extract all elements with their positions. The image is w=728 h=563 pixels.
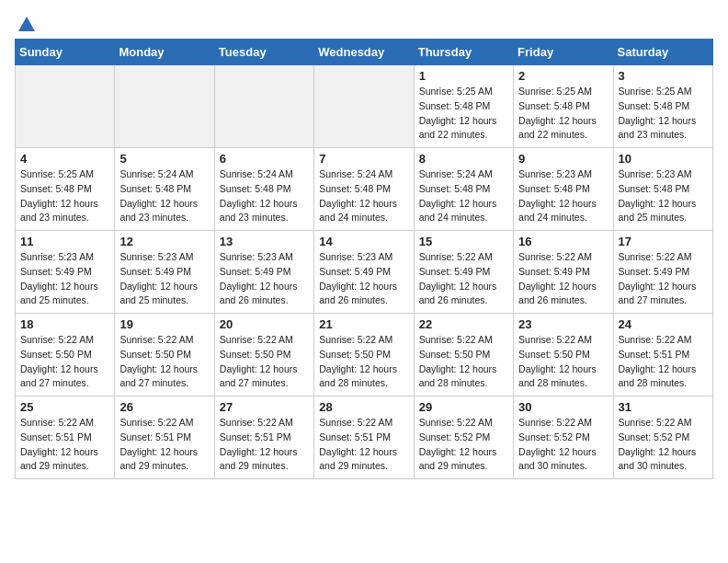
col-header-friday: Friday: [514, 40, 613, 65]
day-info: Sunrise: 5:23 AMSunset: 5:48 PMDaylight:…: [619, 167, 708, 225]
col-header-saturday: Saturday: [613, 40, 712, 65]
day-info: Sunrise: 5:22 AMSunset: 5:52 PMDaylight:…: [619, 416, 708, 474]
day-number: 21: [319, 317, 408, 331]
day-info: Sunrise: 5:23 AMSunset: 5:49 PMDaylight:…: [119, 250, 209, 308]
day-number: 31: [619, 400, 708, 414]
day-cell: 9Sunrise: 5:23 AMSunset: 5:48 PMDaylight…: [514, 148, 613, 231]
col-header-sunday: Sunday: [16, 40, 115, 65]
day-cell: 16Sunrise: 5:22 AMSunset: 5:49 PMDayligh…: [514, 231, 613, 314]
calendar-table: SundayMondayTuesdayWednesdayThursdayFrid…: [15, 39, 713, 479]
day-cell: 14Sunrise: 5:23 AMSunset: 5:49 PMDayligh…: [314, 231, 414, 314]
day-number: 26: [119, 400, 209, 414]
day-info: Sunrise: 5:22 AMSunset: 5:51 PMDaylight:…: [220, 416, 309, 474]
day-info: Sunrise: 5:25 AMSunset: 5:48 PMDaylight:…: [619, 85, 708, 143]
day-info: Sunrise: 5:22 AMSunset: 5:51 PMDaylight:…: [119, 416, 209, 474]
day-info: Sunrise: 5:22 AMSunset: 5:52 PMDaylight:…: [419, 416, 508, 474]
day-cell: 25Sunrise: 5:22 AMSunset: 5:51 PMDayligh…: [16, 396, 115, 479]
day-number: 10: [619, 152, 708, 166]
day-info: Sunrise: 5:22 AMSunset: 5:50 PMDaylight:…: [220, 333, 309, 391]
day-info: Sunrise: 5:22 AMSunset: 5:51 PMDaylight:…: [20, 416, 109, 474]
col-header-thursday: Thursday: [414, 40, 513, 65]
week-row-4: 18Sunrise: 5:22 AMSunset: 5:50 PMDayligh…: [16, 314, 713, 396]
day-info: Sunrise: 5:22 AMSunset: 5:50 PMDaylight:…: [319, 333, 408, 391]
day-number: 29: [419, 400, 508, 414]
day-number: 20: [220, 317, 309, 331]
day-info: Sunrise: 5:22 AMSunset: 5:51 PMDaylight:…: [319, 416, 408, 474]
day-info: Sunrise: 5:23 AMSunset: 5:49 PMDaylight:…: [319, 250, 408, 308]
day-cell: 6Sunrise: 5:24 AMSunset: 5:48 PMDaylight…: [214, 148, 313, 231]
day-cell: 7Sunrise: 5:24 AMSunset: 5:48 PMDaylight…: [314, 148, 414, 231]
day-cell: 29Sunrise: 5:22 AMSunset: 5:52 PMDayligh…: [414, 396, 513, 479]
day-number: 22: [419, 317, 508, 331]
day-info: Sunrise: 5:22 AMSunset: 5:50 PMDaylight:…: [419, 333, 508, 391]
day-info: Sunrise: 5:24 AMSunset: 5:48 PMDaylight:…: [119, 167, 209, 225]
day-info: Sunrise: 5:22 AMSunset: 5:49 PMDaylight:…: [518, 250, 608, 308]
logo-icon: [17, 15, 37, 35]
day-info: Sunrise: 5:23 AMSunset: 5:49 PMDaylight:…: [20, 250, 109, 308]
day-info: Sunrise: 5:22 AMSunset: 5:50 PMDaylight:…: [119, 333, 209, 391]
day-info: Sunrise: 5:22 AMSunset: 5:49 PMDaylight:…: [619, 250, 708, 308]
day-cell: 22Sunrise: 5:22 AMSunset: 5:50 PMDayligh…: [414, 314, 513, 396]
day-number: 7: [319, 152, 408, 166]
week-row-1: 1Sunrise: 5:25 AMSunset: 5:48 PMDaylight…: [16, 65, 713, 148]
day-cell: 15Sunrise: 5:22 AMSunset: 5:49 PMDayligh…: [414, 231, 513, 314]
day-cell: 27Sunrise: 5:22 AMSunset: 5:51 PMDayligh…: [214, 396, 313, 479]
day-number: 2: [518, 69, 608, 83]
day-cell: [115, 65, 214, 148]
day-number: 27: [220, 400, 309, 414]
day-number: 9: [518, 152, 608, 166]
day-info: Sunrise: 5:24 AMSunset: 5:48 PMDaylight:…: [319, 167, 408, 225]
day-info: Sunrise: 5:22 AMSunset: 5:51 PMDaylight:…: [619, 333, 708, 391]
page-header: [15, 15, 713, 31]
day-cell: [214, 65, 313, 148]
week-row-2: 4Sunrise: 5:25 AMSunset: 5:48 PMDaylight…: [16, 148, 713, 231]
day-number: 18: [20, 317, 109, 331]
day-number: 8: [419, 152, 508, 166]
day-cell: 3Sunrise: 5:25 AMSunset: 5:48 PMDaylight…: [613, 65, 712, 148]
day-info: Sunrise: 5:23 AMSunset: 5:49 PMDaylight:…: [220, 250, 309, 308]
day-cell: 21Sunrise: 5:22 AMSunset: 5:50 PMDayligh…: [314, 314, 414, 396]
week-row-3: 11Sunrise: 5:23 AMSunset: 5:49 PMDayligh…: [16, 231, 713, 314]
day-cell: 13Sunrise: 5:23 AMSunset: 5:49 PMDayligh…: [214, 231, 313, 314]
day-number: 23: [518, 317, 608, 331]
day-cell: 10Sunrise: 5:23 AMSunset: 5:48 PMDayligh…: [613, 148, 712, 231]
day-cell: 31Sunrise: 5:22 AMSunset: 5:52 PMDayligh…: [613, 396, 712, 479]
col-header-tuesday: Tuesday: [214, 40, 313, 65]
svg-marker-0: [18, 17, 35, 31]
day-cell: 23Sunrise: 5:22 AMSunset: 5:50 PMDayligh…: [514, 314, 613, 396]
day-cell: 30Sunrise: 5:22 AMSunset: 5:52 PMDayligh…: [514, 396, 613, 479]
day-cell: 26Sunrise: 5:22 AMSunset: 5:51 PMDayligh…: [115, 396, 214, 479]
col-header-wednesday: Wednesday: [314, 40, 414, 65]
day-number: 1: [419, 69, 508, 83]
day-info: Sunrise: 5:22 AMSunset: 5:52 PMDaylight:…: [518, 416, 608, 474]
day-info: Sunrise: 5:24 AMSunset: 5:48 PMDaylight:…: [419, 167, 508, 225]
day-cell: 11Sunrise: 5:23 AMSunset: 5:49 PMDayligh…: [16, 231, 115, 314]
day-number: 19: [119, 317, 209, 331]
day-number: 15: [419, 235, 508, 248]
logo: [15, 15, 37, 31]
day-cell: 5Sunrise: 5:24 AMSunset: 5:48 PMDaylight…: [115, 148, 214, 231]
day-info: Sunrise: 5:22 AMSunset: 5:49 PMDaylight:…: [419, 250, 508, 308]
day-number: 3: [619, 69, 708, 83]
day-info: Sunrise: 5:22 AMSunset: 5:50 PMDaylight:…: [518, 333, 608, 391]
day-cell: [314, 65, 414, 148]
day-cell: 17Sunrise: 5:22 AMSunset: 5:49 PMDayligh…: [613, 231, 712, 314]
day-number: 6: [220, 152, 309, 166]
day-cell: 28Sunrise: 5:22 AMSunset: 5:51 PMDayligh…: [314, 396, 414, 479]
day-number: 25: [20, 400, 109, 414]
day-info: Sunrise: 5:25 AMSunset: 5:48 PMDaylight:…: [20, 167, 109, 225]
col-header-monday: Monday: [115, 40, 214, 65]
day-info: Sunrise: 5:22 AMSunset: 5:50 PMDaylight:…: [20, 333, 109, 391]
day-cell: 4Sunrise: 5:25 AMSunset: 5:48 PMDaylight…: [16, 148, 115, 231]
day-cell: 20Sunrise: 5:22 AMSunset: 5:50 PMDayligh…: [214, 314, 313, 396]
day-number: 24: [619, 317, 708, 331]
day-cell: 8Sunrise: 5:24 AMSunset: 5:48 PMDaylight…: [414, 148, 513, 231]
day-info: Sunrise: 5:24 AMSunset: 5:48 PMDaylight:…: [220, 167, 309, 225]
day-number: 12: [119, 235, 209, 248]
day-cell: 24Sunrise: 5:22 AMSunset: 5:51 PMDayligh…: [613, 314, 712, 396]
day-cell: 19Sunrise: 5:22 AMSunset: 5:50 PMDayligh…: [115, 314, 214, 396]
day-number: 5: [119, 152, 209, 166]
day-number: 30: [518, 400, 608, 414]
day-number: 4: [20, 152, 109, 166]
day-cell: 2Sunrise: 5:25 AMSunset: 5:48 PMDaylight…: [514, 65, 613, 148]
